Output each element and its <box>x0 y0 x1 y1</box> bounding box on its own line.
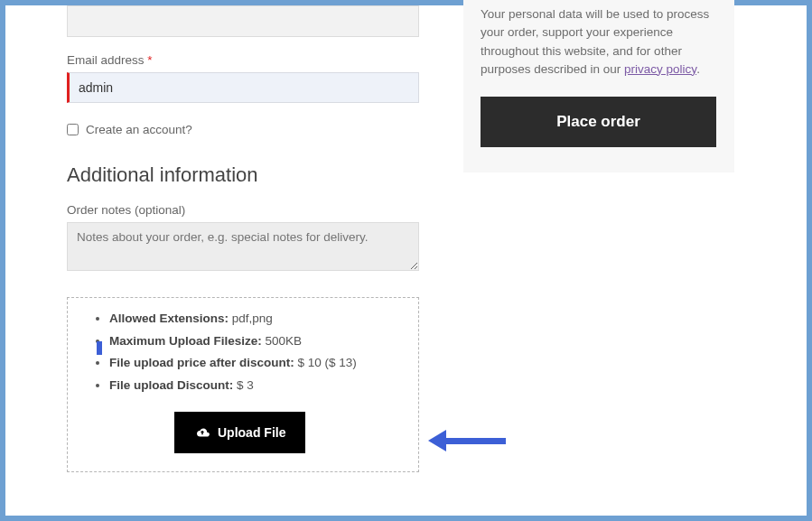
max-filesize-value: 500KB <box>262 334 302 348</box>
max-filesize-label: Maximum Upload Filesize: <box>109 334 262 348</box>
privacy-notice: Your personal data will be used to proce… <box>481 5 716 79</box>
previous-input-field[interactable] <box>67 5 419 37</box>
upload-price-label: File upload price after discount: <box>109 356 294 369</box>
place-order-button[interactable]: Place order <box>481 97 716 147</box>
create-account-row[interactable]: Create an account? <box>67 123 419 136</box>
order-notes-field[interactable] <box>67 222 419 271</box>
upload-price-item: File upload price after discount: $ 10 (… <box>109 355 393 371</box>
max-filesize-item: Maximum Upload Filesize: 500KB <box>109 333 393 349</box>
allowed-extensions-value: pdf,png <box>229 312 273 325</box>
additional-info-heading: Additional information <box>67 163 419 187</box>
allowed-extensions-label: Allowed Extensions: <box>109 312 229 325</box>
cloud-upload-icon <box>194 426 210 439</box>
required-asterisk: * <box>147 53 152 67</box>
upload-file-button[interactable]: Upload File <box>174 412 305 453</box>
upload-price-value: $ 10 ($ 13) <box>294 356 357 369</box>
upload-discount-label: File upload Discount: <box>109 378 233 392</box>
checkout-page: Email address * Create an account? Addit… <box>5 5 807 516</box>
upload-discount-item: File upload Discount: $ 3 <box>109 377 393 394</box>
order-notes-label: Order notes (optional) <box>67 203 419 217</box>
email-label-text: Email address <box>67 53 145 67</box>
selection-highlight <box>97 341 102 355</box>
upload-info-list: Allowed Extensions: pdf,png Maximum Uplo… <box>93 311 393 393</box>
allowed-extensions-item: Allowed Extensions: pdf,png <box>109 311 393 327</box>
order-summary-sidebar: Your personal data will be used to proce… <box>481 5 716 147</box>
upload-button-label: Upload File <box>218 425 285 440</box>
upload-discount-value: $ 3 <box>233 378 254 392</box>
arrow-line <box>443 438 506 444</box>
privacy-policy-link[interactable]: privacy policy <box>624 62 696 76</box>
annotation-arrow <box>428 430 506 451</box>
file-upload-box: Allowed Extensions: pdf,png Maximum Uplo… <box>67 297 419 472</box>
email-label: Email address * <box>67 53 419 67</box>
billing-form: Email address * Create an account? Addit… <box>67 5 419 472</box>
create-account-label: Create an account? <box>86 123 192 136</box>
create-account-checkbox[interactable] <box>67 124 79 135</box>
email-field[interactable] <box>67 72 419 103</box>
